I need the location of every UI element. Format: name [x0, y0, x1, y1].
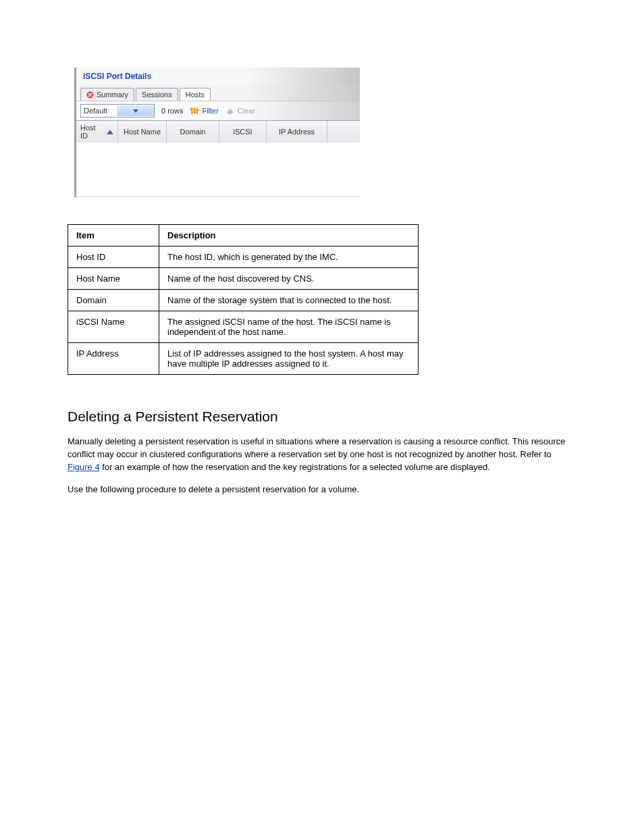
iscsi-port-details-panel: iSCSI Port Details Summary Sessions Host… — [74, 68, 360, 197]
chevron-down-icon — [117, 105, 155, 116]
table-header-desc: Description — [159, 225, 419, 246]
column-header-domain[interactable]: Domain — [167, 121, 219, 142]
section-paragraph: Manually deleting a persistent reservati… — [68, 436, 576, 474]
column-label: Host Name — [124, 128, 161, 136]
section-paragraph: Use the following procedure to delete a … — [68, 484, 576, 496]
table-row: Host ID The host ID, which is generated … — [68, 246, 419, 268]
filter-label: Filter — [202, 107, 218, 115]
table-row: iSCSI Name The assigned iSCSI name of th… — [68, 311, 419, 343]
section-deleting-persistent-reservation: Deleting a Persistent Reservation Manual… — [68, 409, 576, 496]
clear-button: Clear — [225, 106, 255, 115]
filter-icon — [190, 106, 199, 115]
column-label: iSCSI — [233, 128, 252, 136]
panel-title: iSCSI Port Details — [76, 68, 360, 85]
clear-label: Clear — [238, 107, 255, 115]
tab-label: Hosts — [186, 90, 205, 99]
field-description-table: Item Description Host ID The host ID, wh… — [68, 224, 419, 375]
cell-desc: List of IP addresses assigned to the hos… — [159, 343, 419, 375]
column-label: Host ID — [80, 124, 104, 140]
close-icon — [86, 91, 94, 99]
column-header-spacer — [327, 121, 360, 142]
svg-rect-6 — [195, 109, 199, 111]
cell-desc: The host ID, which is generated by the I… — [159, 246, 419, 268]
svg-rect-5 — [192, 111, 196, 113]
view-select[interactable]: Default — [80, 104, 155, 118]
svg-rect-4 — [190, 109, 194, 110]
grid-body-empty — [76, 142, 360, 197]
tab-label: Sessions — [142, 90, 172, 99]
cell-item: Domain — [68, 290, 159, 311]
table-row: Domain Name of the storage system that i… — [68, 290, 419, 311]
cell-item: Host Name — [68, 268, 159, 290]
cell-item: Host ID — [68, 246, 159, 268]
column-header-host-id[interactable]: Host ID — [76, 121, 118, 142]
tab-summary[interactable]: Summary — [80, 88, 134, 101]
filter-bar: Default 0 rows Filter Clear — [76, 101, 360, 120]
eraser-icon — [225, 106, 235, 115]
tab-sessions[interactable]: Sessions — [136, 88, 178, 101]
cell-item: IP Address — [68, 343, 159, 375]
paragraph-text: for an example of how the reservation an… — [100, 462, 490, 472]
column-label: Domain — [180, 128, 206, 136]
cell-desc: Name of the host discovered by CNS. — [159, 268, 419, 290]
paragraph-text: Manually deleting a persistent reservati… — [68, 436, 566, 459]
column-header-ip-address[interactable]: IP Address — [267, 121, 327, 142]
svg-rect-1 — [191, 107, 192, 114]
sort-asc-icon — [107, 130, 113, 134]
figure-link[interactable]: Figure 4 — [68, 462, 100, 472]
tab-strip: Summary Sessions Hosts — [76, 85, 360, 101]
svg-rect-2 — [194, 107, 195, 114]
column-label: IP Address — [279, 128, 315, 136]
tab-hosts[interactable]: Hosts — [180, 88, 211, 101]
cell-desc: Name of the storage system that is conne… — [159, 290, 419, 311]
cell-item: iSCSI Name — [68, 311, 159, 343]
column-header-iscsi[interactable]: iSCSI — [219, 121, 267, 142]
select-value: Default — [81, 107, 117, 115]
grid-header: Host ID Host Name Domain iSCSI IP Addres… — [76, 120, 360, 142]
table-row: IP Address List of IP addresses assigned… — [68, 343, 419, 375]
table-header-item: Item — [68, 225, 159, 246]
filter-button[interactable]: Filter — [190, 106, 218, 115]
column-header-host-name[interactable]: Host Name — [118, 121, 167, 142]
row-count-label: 0 rows — [161, 107, 183, 115]
cell-desc: The assigned iSCSI name of the host. The… — [159, 311, 419, 343]
section-heading: Deleting a Persistent Reservation — [68, 409, 576, 425]
tab-label: Summary — [97, 90, 128, 99]
table-row: Host Name Name of the host discovered by… — [68, 268, 419, 290]
